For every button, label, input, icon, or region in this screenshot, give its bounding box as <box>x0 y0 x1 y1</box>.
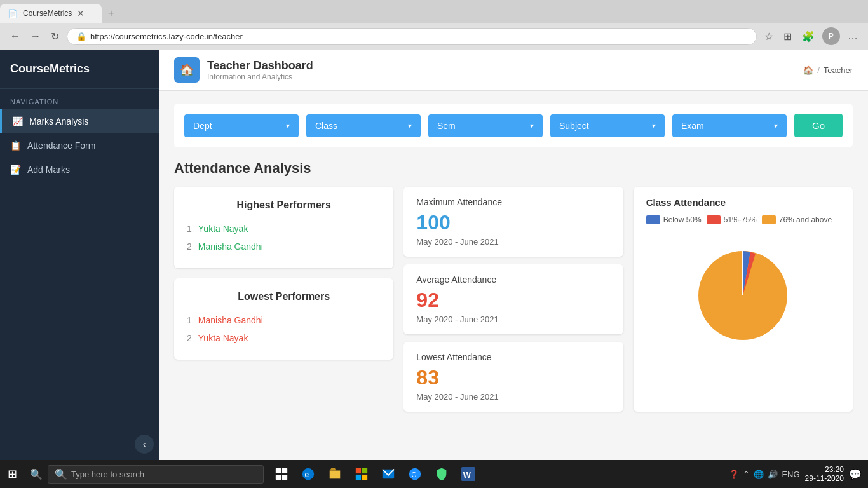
highest-performers-card: Highest Performers 1 Yukta Nayak 2 Manis… <box>174 187 393 268</box>
class-attendance-card: Class Attendance Below 50% 51%-75% 76 <box>634 187 853 412</box>
taskbar-up-arrow[interactable]: ⌃ <box>743 470 750 479</box>
legend-above76-color <box>762 215 776 224</box>
collections-icon[interactable]: ⊞ <box>781 28 794 45</box>
lowest-performer-2: 2 Yukta Nayak <box>187 329 381 347</box>
svg-text:e: e <box>305 470 309 479</box>
sem-label: Sem <box>437 121 456 131</box>
address-bar: ← → ↻ 🔒 https://coursemetrics.lazy-code.… <box>0 23 868 50</box>
notification-icon[interactable]: 💬 <box>849 468 862 480</box>
subject-label: Subject <box>559 121 589 131</box>
lowest-attendance-card: Lowest Attendance 83 May 2020 - June 202… <box>403 342 623 412</box>
taskbar-network-icon[interactable]: 🌐 <box>754 470 764 479</box>
avg-attendance-date: May 2020 - June 2021 <box>416 315 610 324</box>
page-subtitle: Information and Analytics <box>207 72 313 81</box>
tab-page-icon: 📄 <box>8 9 18 18</box>
taskbar-right: ❓ ⌃ 🌐 🔊 ENG 23:20 29-11-2020 💬 <box>722 465 868 483</box>
page-header-text: Teacher Dashboard Information and Analyt… <box>207 59 313 81</box>
sidebar-item-add-marks[interactable]: 📝 Add Marks <box>0 158 159 182</box>
chart-legend: Below 50% 51%-75% 76% and above <box>646 215 840 224</box>
highest-performer-1: 1 Yukta Nayak <box>187 220 381 238</box>
taskbar-language: ENG <box>782 470 799 479</box>
avg-attendance-value: 92 <box>416 288 610 312</box>
sidebar-collapse-button[interactable]: ‹ <box>135 435 154 454</box>
sidebar-item-attendance-form[interactable]: 📋 Attendance Form <box>0 133 159 158</box>
dept-arrow-icon: ▾ <box>286 121 290 130</box>
mail-svg <box>381 467 395 481</box>
shield-icon[interactable] <box>429 461 454 487</box>
browser-chrome: 📄 CourseMetrics ✕ + ← → ↻ 🔒 https://cour… <box>0 0 868 50</box>
svg-rect-0 <box>276 468 281 473</box>
legend-above76: 76% and above <box>762 215 832 224</box>
app-body: CourseMetrics Navigation 📈 Marks Analysi… <box>0 50 868 460</box>
taskbar-sys-icons: ❓ ⌃ 🌐 🔊 ENG <box>729 470 799 479</box>
highest-rank-2: 2 <box>187 241 192 252</box>
mail-icon[interactable] <box>376 461 401 487</box>
breadcrumb-home-icon[interactable]: 🏠 <box>803 65 813 75</box>
favorites-icon[interactable]: ☆ <box>762 28 776 45</box>
legend-below50-label: Below 50% <box>663 215 702 224</box>
class-select[interactable]: Class ▾ <box>306 114 421 137</box>
taskbar-search-button[interactable]: 🔍 <box>25 468 48 480</box>
url-bar[interactable]: 🔒 https://coursemetrics.lazy-code.in/tea… <box>67 28 757 45</box>
sidebar-brand: CourseMetrics <box>0 50 159 89</box>
subject-select[interactable]: Subject ▾ <box>550 114 665 137</box>
highest-performer-2: 2 Manisha Gandhi <box>187 238 381 255</box>
taskbar-time-value: 23:20 <box>805 465 844 474</box>
max-attendance-value: 100 <box>416 211 610 234</box>
sidebar-item-marks-analysis[interactable]: 📈 Marks Analysis <box>0 109 159 133</box>
page-title: Teacher Dashboard <box>207 59 313 72</box>
marks-analysis-icon: 📈 <box>12 116 23 126</box>
exam-select[interactable]: Exam ▾ <box>672 114 787 137</box>
menu-button[interactable]: … <box>845 28 860 44</box>
refresh-button[interactable]: ↻ <box>48 28 62 45</box>
breadcrumb-current: Teacher <box>824 65 853 75</box>
back-button[interactable]: ← <box>8 28 23 44</box>
forward-button[interactable]: → <box>28 28 43 44</box>
page-header: 🏠 Teacher Dashboard Information and Anal… <box>159 50 868 91</box>
legend-51-75-label: 51%-75% <box>724 215 757 224</box>
browser-toolbar: ☆ ⊞ 🧩 P … <box>762 27 860 45</box>
add-marks-icon: 📝 <box>10 165 21 175</box>
lowest-performer-1: 1 Manisha Gandhi <box>187 311 381 329</box>
browser-icon[interactable]: G <box>402 461 428 487</box>
exam-label: Exam <box>681 121 704 131</box>
tab-close-button[interactable]: ✕ <box>77 8 85 18</box>
go-button[interactable]: Go <box>794 114 843 137</box>
extensions-icon[interactable]: 🧩 <box>799 28 817 45</box>
task-view-icon[interactable] <box>269 461 294 487</box>
lowest-rank-2: 2 <box>187 333 192 343</box>
dept-select[interactable]: Dept ▾ <box>184 114 299 137</box>
taskbar-clock[interactable]: 23:20 29-11-2020 <box>805 465 844 483</box>
sem-arrow-icon: ▾ <box>530 121 534 130</box>
avg-attendance-card: Average Attendance 92 May 2020 - June 20… <box>403 264 623 334</box>
subject-arrow-icon: ▾ <box>652 121 656 130</box>
edge-icon[interactable]: e <box>295 461 321 487</box>
dept-label: Dept <box>193 121 212 131</box>
word-icon[interactable]: W <box>456 461 481 487</box>
attendance-form-icon: 📋 <box>10 140 21 151</box>
lowest-attendance-date: May 2020 - June 2021 <box>416 392 610 402</box>
pie-chart-container <box>646 232 840 359</box>
sidebar-item-add-marks-label: Add Marks <box>27 165 70 175</box>
performers-column: Highest Performers 1 Yukta Nayak 2 Manis… <box>174 187 393 412</box>
start-button[interactable]: ⊞ <box>0 467 25 481</box>
new-tab-button[interactable]: + <box>102 4 120 23</box>
lowest-name-1: Manisha Gandhi <box>198 315 263 325</box>
sidebar: CourseMetrics Navigation 📈 Marks Analysi… <box>0 50 159 460</box>
taskbar-search-box[interactable]: 🔍 Type here to search <box>48 465 264 484</box>
chart-title: Class Attendance <box>646 197 840 208</box>
taskbar-volume-icon[interactable]: 🔊 <box>768 470 778 479</box>
sidebar-nav-label: Navigation <box>0 89 159 109</box>
profile-avatar[interactable]: P <box>822 27 840 45</box>
active-tab[interactable]: 📄 CourseMetrics ✕ <box>0 4 102 23</box>
svg-rect-3 <box>282 475 287 480</box>
legend-below50: Below 50% <box>646 215 702 224</box>
class-label: Class <box>315 121 337 131</box>
sem-select[interactable]: Sem ▾ <box>428 114 543 137</box>
lowest-name-2: Yukta Nayak <box>198 333 248 343</box>
file-explorer-icon[interactable] <box>322 461 348 487</box>
store-icon[interactable] <box>349 461 374 487</box>
taskbar-date-value: 29-11-2020 <box>805 474 844 483</box>
highest-name-2: Manisha Gandhi <box>198 241 263 252</box>
taskbar-help-icon[interactable]: ❓ <box>729 470 739 479</box>
